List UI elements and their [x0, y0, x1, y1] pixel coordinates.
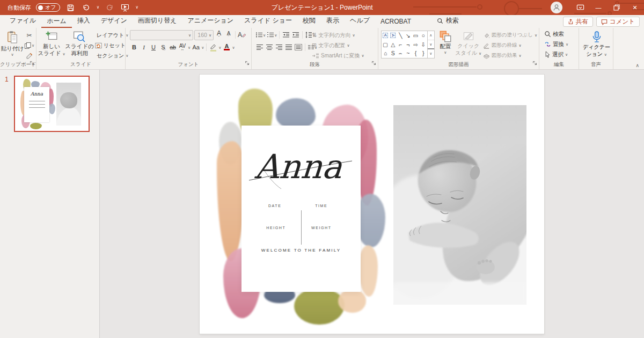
- minimize-button[interactable]: —: [589, 0, 608, 15]
- save-button[interactable]: [65, 2, 76, 13]
- shape-arc[interactable]: ⌢: [399, 50, 402, 56]
- quick-styles-button[interactable]: クイックスタイル ∨: [456, 30, 481, 61]
- shape-vertical-textbox[interactable]: A: [390, 33, 396, 38]
- start-presentation-button[interactable]: [120, 2, 130, 13]
- tab-slideshow[interactable]: スライド ショー: [239, 14, 297, 28]
- new-slide-button[interactable]: 新しいスライド ∨: [39, 30, 64, 61]
- bold-button[interactable]: B: [130, 43, 138, 52]
- shrink-font-button[interactable]: Aˇ: [224, 31, 233, 40]
- align-right-button[interactable]: [275, 43, 283, 52]
- shape-right-arrow[interactable]: ⇨: [413, 42, 418, 48]
- account-avatar[interactable]: [551, 2, 562, 13]
- collapse-ribbon-button[interactable]: ∧: [635, 63, 639, 68]
- reuse-slides-button[interactable]: スライドの再利用: [66, 30, 93, 61]
- shape-rectangle[interactable]: ▭: [413, 33, 419, 39]
- tab-view[interactable]: 表示: [321, 14, 345, 28]
- shape-gallery-down[interactable]: ∨: [428, 40, 434, 49]
- ribbon-display-options-button[interactable]: [571, 0, 589, 15]
- text-shadow-button[interactable]: S: [159, 43, 167, 52]
- character-spacing-button[interactable]: AV↔: [178, 43, 187, 52]
- bullets-button[interactable]: ∨: [255, 31, 266, 40]
- decrease-indent-button[interactable]: [282, 31, 290, 40]
- shape-triangle[interactable]: △: [391, 42, 395, 48]
- section-button[interactable]: セクション∨: [95, 51, 128, 60]
- tab-acrobat[interactable]: ACROBAT: [375, 16, 416, 28]
- qat-customize-button[interactable]: ∨: [135, 5, 138, 10]
- strikethrough-button[interactable]: ab: [169, 43, 177, 52]
- shape-down-arrow[interactable]: ⇩: [421, 42, 426, 48]
- clear-formatting-button[interactable]: A: [238, 31, 246, 40]
- shape-effects-button[interactable]: 図形の効果∨: [483, 51, 537, 60]
- tab-design[interactable]: デザイン: [96, 14, 133, 28]
- shape-gallery-up[interactable]: ∧: [428, 31, 434, 40]
- baby-photo[interactable]: [393, 105, 526, 305]
- redo-button[interactable]: [104, 2, 115, 13]
- reset-button[interactable]: リセット: [95, 41, 128, 50]
- font-name-select[interactable]: ∨: [130, 30, 193, 40]
- shape-line[interactable]: ╲: [399, 33, 402, 39]
- tab-file[interactable]: ファイル: [4, 14, 41, 28]
- slide-1-thumbnail[interactable]: Anna: [14, 76, 90, 132]
- distribute-text-button[interactable]: [294, 43, 303, 52]
- autosave-toggle[interactable]: オフ: [36, 3, 60, 12]
- shape-right-brace[interactable]: }: [422, 50, 425, 56]
- underline-button[interactable]: U: [149, 43, 158, 52]
- copy-button[interactable]: ∨: [24, 41, 34, 50]
- convert-smartart-button[interactable]: SmartArt に変換∨: [312, 51, 364, 60]
- arrange-button[interactable]: 配置 ∨: [437, 30, 454, 61]
- layout-button[interactable]: レイアウト∨: [95, 31, 128, 40]
- tab-home[interactable]: ホーム: [41, 14, 72, 28]
- align-left-button[interactable]: [255, 43, 264, 52]
- drawing-dialog-launcher[interactable]: [532, 58, 537, 68]
- shape-outline-button[interactable]: 図形の枠線∨: [483, 41, 537, 50]
- find-button[interactable]: 検索: [544, 30, 577, 39]
- shape-left-brace[interactable]: {: [415, 50, 417, 56]
- shape-oval[interactable]: ○: [422, 33, 425, 39]
- cut-button[interactable]: ✂: [24, 31, 34, 40]
- tab-animations[interactable]: アニメーション: [182, 14, 239, 28]
- align-center-button[interactable]: [265, 43, 274, 52]
- font-size-select[interactable]: 160∨: [194, 30, 214, 40]
- tab-insert[interactable]: 挿入: [72, 14, 96, 28]
- tab-transitions[interactable]: 画面切り替え: [133, 14, 182, 28]
- font-color-button[interactable]: A: [222, 43, 231, 52]
- share-button[interactable]: 共有: [563, 17, 593, 27]
- align-text-button[interactable]: ⊞ 文字の配置∨: [312, 41, 364, 50]
- paragraph-dialog-launcher[interactable]: [371, 58, 376, 68]
- dictation-button[interactable]: ディクテーション ∨: [583, 30, 610, 61]
- announcement-card[interactable]: Anna DATE TIME HEIGHT WEIGHT WELCOME TO …: [241, 126, 361, 292]
- undo-dropdown[interactable]: ∨: [96, 5, 99, 10]
- justify-button[interactable]: [284, 43, 293, 52]
- close-button[interactable]: ✕: [626, 0, 644, 15]
- shape-textbox[interactable]: A: [383, 33, 388, 38]
- search-box[interactable]: 検索: [431, 14, 464, 28]
- shape-gallery-more[interactable]: ∨: [428, 48, 434, 58]
- numbering-button[interactable]: ∨: [267, 31, 277, 40]
- font-dialog-launcher[interactable]: [245, 58, 250, 68]
- shape-freeform-1[interactable]: ⌐: [399, 42, 402, 48]
- replace-button[interactable]: 置換∨: [544, 40, 577, 49]
- text-highlight-button[interactable]: [209, 43, 217, 52]
- italic-button[interactable]: I: [140, 43, 148, 52]
- shape-fill-button[interactable]: 図形の塗りつぶし∨: [483, 31, 537, 40]
- shape-arrow[interactable]: ↘: [406, 33, 411, 39]
- shape-pentagon[interactable]: ⌂: [384, 50, 387, 56]
- increase-indent-button[interactable]: [291, 31, 300, 40]
- undo-button[interactable]: [80, 2, 91, 13]
- text-direction-button[interactable]: ⇅ 文字列の方向∨: [312, 31, 364, 40]
- tab-help[interactable]: ヘルプ: [345, 14, 375, 28]
- comments-button[interactable]: コメント: [596, 17, 640, 27]
- restore-button[interactable]: [608, 0, 626, 15]
- shape-freeform-2[interactable]: ¬: [406, 42, 409, 48]
- grow-font-button[interactable]: Aˆ: [215, 31, 223, 40]
- shape-scribble[interactable]: S: [391, 50, 395, 56]
- clipboard-dialog-launcher[interactable]: [30, 58, 34, 68]
- paste-button[interactable]: 貼り付け ∨: [3, 30, 22, 61]
- change-case-button[interactable]: Aa: [192, 43, 200, 52]
- tab-review[interactable]: 校閲: [297, 14, 321, 28]
- shape-rounded-rectangle[interactable]: ▢: [383, 42, 388, 48]
- slide-canvas[interactable]: Anna DATE TIME HEIGHT WEIGHT WELCOME TO …: [200, 75, 544, 334]
- editor-area[interactable]: Anna DATE TIME HEIGHT WEIGHT WELCOME TO …: [100, 70, 644, 338]
- shape-curve[interactable]: ~: [406, 50, 409, 56]
- select-button[interactable]: 選択∨: [544, 50, 577, 59]
